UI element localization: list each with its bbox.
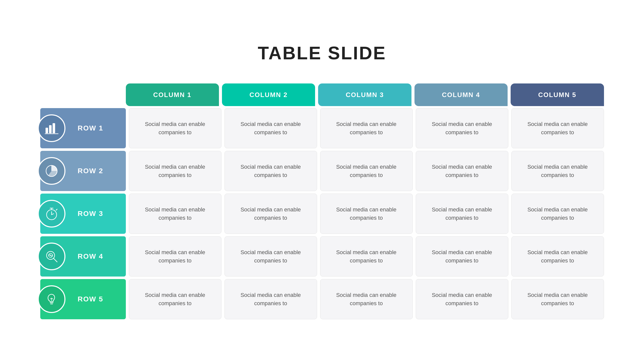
svg-rect-0 <box>46 128 48 133</box>
svg-rect-2 <box>53 123 55 133</box>
table-wrapper: COLUMN 1COLUMN 2COLUMN 3COLUMN 4COLUMN 5… <box>40 83 604 319</box>
cell-r4-c1: Social media can enable companies to <box>129 236 221 277</box>
pie-chart-icon <box>38 157 65 185</box>
cell-r1-c4: Social media can enable companies to <box>416 108 508 148</box>
column-header-5: COLUMN 5 <box>511 83 604 106</box>
cell-r5-c5: Social media can enable companies to <box>511 279 604 319</box>
table-row-1: ROW 1Social media can enable companies t… <box>40 108 604 148</box>
cell-r5-c4: Social media can enable companies to <box>416 279 508 319</box>
cell-r1-c3: Social media can enable companies to <box>320 108 413 148</box>
row-label-5: ROW 5 <box>78 295 103 303</box>
cell-r2-c2: Social media can enable companies to <box>224 151 317 191</box>
cell-r5-c1: Social media can enable companies to <box>129 279 221 319</box>
slide-title: TABLE SLIDE <box>40 43 604 63</box>
bar-chart-icon <box>38 114 65 142</box>
row-label-3: ROW 3 <box>78 210 103 218</box>
column-header-2: COLUMN 2 <box>222 83 315 106</box>
cell-r1-c1: Social media can enable companies to <box>129 108 221 148</box>
svg-rect-1 <box>49 125 52 133</box>
slide-container: TABLE SLIDE COLUMN 1COLUMN 2COLUMN 3COLU… <box>20 33 624 329</box>
row-header-2: ROW 2 <box>40 151 126 191</box>
cell-r3-c2: Social media can enable companies to <box>224 194 317 234</box>
svg-line-14 <box>54 258 57 262</box>
column-header-3: COLUMN 3 <box>318 83 411 106</box>
table-row-5: ROW 5Social media can enable companies t… <box>40 279 604 319</box>
row-header-1: ROW 1 <box>40 108 126 148</box>
cell-r3-c3: Social media can enable companies to <box>320 194 413 234</box>
lightbulb-icon <box>38 285 65 313</box>
row-label-2: ROW 2 <box>78 167 103 175</box>
row-label-1: ROW 1 <box>78 124 103 132</box>
cell-r1-c2: Social media can enable companies to <box>224 108 317 148</box>
data-rows: ROW 1Social media can enable companies t… <box>40 108 604 319</box>
cell-r3-c1: Social media can enable companies to <box>129 194 221 234</box>
cell-r2-c5: Social media can enable companies to <box>511 151 604 191</box>
table-row-3: ROW 3Social media can enable companies t… <box>40 194 604 234</box>
cell-r4-c5: Social media can enable companies to <box>511 236 604 277</box>
cell-r5-c3: Social media can enable companies to <box>320 279 413 319</box>
row-header-3: ROW 3 <box>40 194 126 234</box>
cell-r1-c5: Social media can enable companies to <box>511 108 604 148</box>
column-header-1: COLUMN 1 <box>126 83 219 106</box>
cell-r4-c4: Social media can enable companies to <box>416 236 508 277</box>
row-header-4: ROW 4 <box>40 236 126 277</box>
cell-r4-c3: Social media can enable companies to <box>320 236 413 277</box>
row-header-5: ROW 5 <box>40 279 126 319</box>
svg-line-11 <box>56 209 57 210</box>
cell-r5-c2: Social media can enable companies to <box>224 279 317 319</box>
svg-point-15 <box>50 255 51 256</box>
cell-r4-c2: Social media can enable companies to <box>224 236 317 277</box>
column-header-4: COLUMN 4 <box>414 83 508 106</box>
header-row: COLUMN 1COLUMN 2COLUMN 3COLUMN 4COLUMN 5 <box>126 83 604 106</box>
row-label-4: ROW 4 <box>78 252 103 260</box>
table-row-4: ROW 4Social media can enable companies t… <box>40 236 604 277</box>
cell-r2-c3: Social media can enable companies to <box>320 151 413 191</box>
table-row-2: ROW 2Social media can enable companies t… <box>40 151 604 191</box>
cell-r2-c1: Social media can enable companies to <box>129 151 221 191</box>
cell-r2-c4: Social media can enable companies to <box>416 151 508 191</box>
stopwatch-icon <box>38 200 65 228</box>
cell-r3-c4: Social media can enable companies to <box>416 194 508 234</box>
cell-r3-c5: Social media can enable companies to <box>511 194 604 234</box>
analytics-icon <box>38 243 65 270</box>
